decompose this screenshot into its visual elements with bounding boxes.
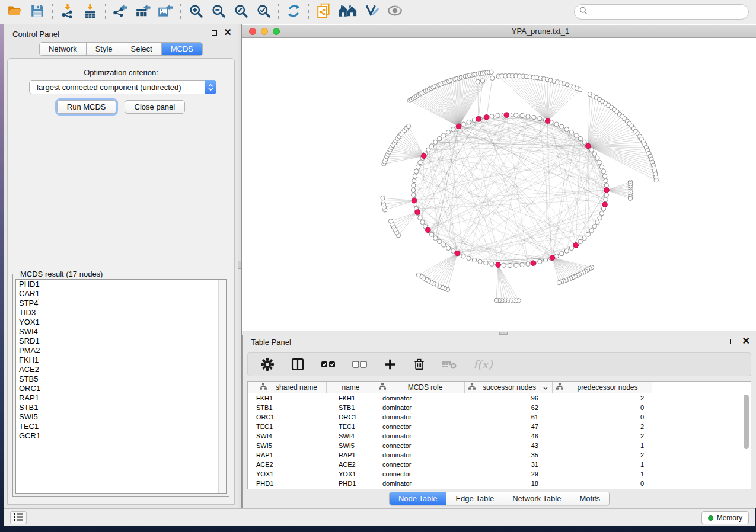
traffic-light-close[interactable]	[249, 28, 256, 35]
graph-node[interactable]	[429, 232, 433, 236]
export-table-button[interactable]	[132, 2, 154, 22]
mcds-result-item[interactable]: STB5	[16, 374, 226, 384]
show-columns-button[interactable]	[291, 357, 305, 371]
graph-node[interactable]	[416, 273, 420, 277]
table-row[interactable]: FKH1FKH1dominator962	[248, 393, 751, 403]
graph-node[interactable]	[574, 133, 578, 137]
graph-node[interactable]	[433, 140, 438, 144]
graph-node[interactable]	[478, 259, 482, 264]
refresh-layout-button[interactable]	[282, 2, 305, 22]
graph-node[interactable]	[416, 165, 420, 169]
table-row[interactable]: ORC1ORC1dominator610	[248, 412, 751, 422]
graph-node[interactable]	[560, 124, 564, 129]
graph-node[interactable]	[438, 239, 442, 243]
mcds-result-item[interactable]: TEC1	[16, 422, 226, 431]
table-row[interactable]: SWI4SWI4dominator462	[248, 431, 751, 441]
graph-node[interactable]	[461, 254, 465, 258]
close-panel-icon[interactable]: ✕	[742, 338, 750, 344]
zoom-fit-button[interactable]	[229, 2, 252, 22]
help-home-button[interactable]	[335, 2, 361, 22]
graph-node[interactable]	[418, 216, 422, 220]
mcds-result-item[interactable]: YOX1	[16, 318, 226, 327]
mcds-result-item[interactable]: FKH1	[16, 355, 226, 365]
mcds-result-list[interactable]: PHD1CAR1STP4TID3YOX1SWI4SRD1PMA2FKH1ACE2…	[15, 279, 227, 494]
graph-node[interactable]	[592, 152, 596, 156]
tab-mcds[interactable]: MCDS	[162, 43, 202, 55]
show-graphics-details-button[interactable]	[384, 2, 406, 22]
graph-node[interactable]	[411, 188, 415, 192]
graph-hub-node[interactable]	[456, 124, 461, 129]
mcds-result-item[interactable]: STP4	[16, 299, 226, 308]
table-row[interactable]: SWI5SWI5connector431	[248, 441, 751, 450]
graph-node[interactable]	[451, 127, 455, 132]
graph-node[interactable]	[589, 228, 594, 232]
graph-node[interactable]	[557, 280, 561, 284]
tab-style[interactable]: Style	[87, 43, 122, 55]
graph-node[interactable]	[426, 148, 430, 152]
graph-hub-node[interactable]	[531, 261, 536, 266]
graph-node[interactable]	[472, 258, 476, 262]
table-row[interactable]: RAP1RAP1dominator352	[248, 450, 751, 460]
tab-select[interactable]: Select	[122, 43, 162, 55]
graph-node[interactable]	[420, 220, 425, 224]
zoom-out-button[interactable]	[207, 2, 229, 22]
new-network-file-button[interactable]	[312, 2, 335, 22]
graph-node[interactable]	[508, 263, 512, 267]
mcds-result-item[interactable]: PMA2	[16, 346, 226, 355]
graph-node[interactable]	[480, 79, 484, 83]
graph-node[interactable]	[543, 258, 547, 262]
column-header-mcds-role[interactable]: MCDS role	[375, 382, 465, 393]
graph-node[interactable]	[582, 140, 586, 144]
mcds-result-item[interactable]: STB1	[16, 403, 226, 412]
graph-node[interactable]	[502, 263, 506, 267]
graph-hub-node[interactable]	[455, 251, 460, 256]
graph-node[interactable]	[589, 148, 594, 152]
graph-node[interactable]	[538, 259, 542, 264]
graph-hub-node[interactable]	[412, 198, 417, 203]
graph-node[interactable]	[526, 114, 530, 118]
network-canvas[interactable]	[242, 38, 756, 331]
search-box[interactable]	[574, 4, 749, 20]
table-row[interactable]: STB1STB1dominator620	[248, 403, 751, 412]
graph-node[interactable]	[601, 207, 605, 211]
graph-node[interactable]	[569, 130, 573, 134]
graph-node[interactable]	[489, 70, 493, 74]
graph-node[interactable]	[598, 216, 602, 220]
splitter-grip[interactable]	[238, 261, 241, 269]
select-all-button[interactable]	[321, 360, 336, 368]
close-panel-button[interactable]: Close panel	[125, 100, 186, 114]
graph-node[interactable]	[599, 211, 604, 216]
graph-node[interactable]	[598, 161, 602, 165]
search-input[interactable]	[588, 6, 748, 18]
mcds-result-item[interactable]: RAP1	[16, 393, 226, 403]
hide-visual-properties-button[interactable]	[361, 2, 384, 22]
graph-node[interactable]	[604, 183, 608, 187]
save-session-button[interactable]	[26, 2, 49, 22]
mcds-result-item[interactable]: SWI4	[16, 327, 226, 336]
float-panel-icon[interactable]	[212, 30, 217, 36]
graph-node[interactable]	[412, 183, 416, 187]
graph-node[interactable]	[412, 178, 416, 182]
graph-node[interactable]	[595, 156, 599, 160]
tab-network[interactable]: Network	[40, 43, 87, 55]
graph-node[interactable]	[496, 113, 500, 117]
graph-node[interactable]	[484, 261, 488, 265]
graph-node[interactable]	[433, 236, 438, 240]
graph-node[interactable]	[514, 263, 518, 267]
zoom-in-button[interactable]	[184, 2, 207, 22]
graph-node[interactable]	[532, 115, 536, 119]
traffic-light-minimize[interactable]	[261, 28, 268, 35]
column-header-name[interactable]: name	[327, 382, 375, 393]
table-row[interactable]: PHD1PHD1dominator180	[248, 479, 751, 488]
mcds-result-item[interactable]: SRD1	[16, 336, 226, 346]
graph-node[interactable]	[604, 193, 608, 197]
graph-node[interactable]	[446, 130, 450, 134]
table-row[interactable]: TEC1TEC1connector472	[248, 422, 751, 431]
export-network-button[interactable]	[109, 2, 132, 22]
graph-node[interactable]	[538, 117, 542, 121]
graph-node[interactable]	[494, 298, 498, 302]
graph-node[interactable]	[490, 262, 494, 266]
add-column-button[interactable]	[384, 358, 397, 371]
horizontal-splitter[interactable]	[242, 331, 756, 335]
graph-node[interactable]	[514, 113, 518, 117]
